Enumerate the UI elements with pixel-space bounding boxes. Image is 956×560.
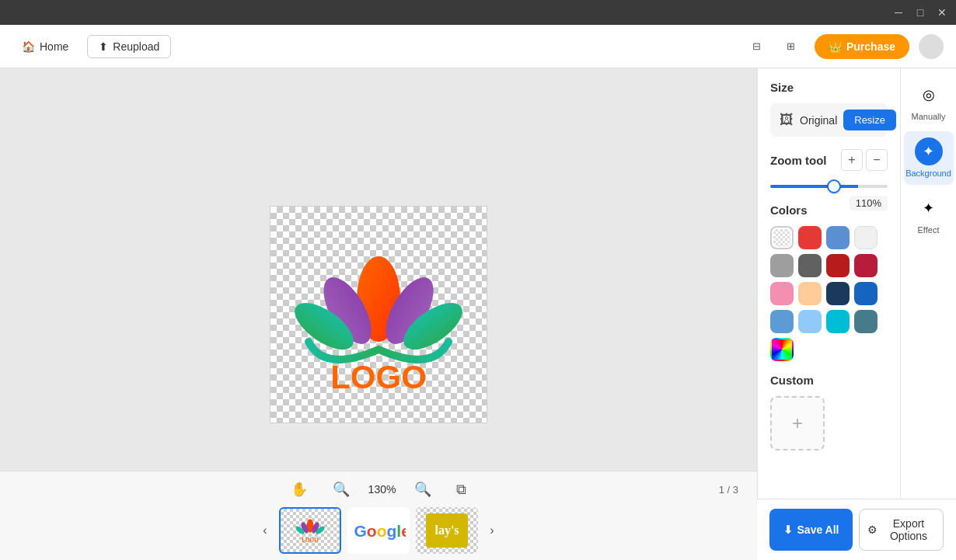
color-swatch-gray[interactable] xyxy=(770,254,794,277)
content: LOGO ✋ 🔍 130% 🔍 ⧉ 1 / 3 ‹ xyxy=(0,68,956,560)
lays-thumb-text: lay's xyxy=(434,523,459,537)
minimize-button[interactable]: ─ xyxy=(891,5,906,20)
panel-main: Size 🖼 Original Resize Zoom tool + − xyxy=(758,68,900,560)
color-swatch-gradient[interactable] xyxy=(770,338,794,361)
canvas-area: LOGO ✋ 🔍 130% 🔍 ⧉ 1 / 3 ‹ xyxy=(0,68,757,560)
thumbnail-3[interactable]: lay's xyxy=(416,507,478,554)
reupload-button[interactable]: ⬆ Reupload xyxy=(87,35,171,58)
color-swatch-lightblue[interactable] xyxy=(798,310,822,333)
manually-icon: ◎ xyxy=(915,81,943,109)
thumb-google-svg: Google xyxy=(351,519,406,542)
colors-grid xyxy=(770,226,888,361)
color-swatch-darkgray[interactable] xyxy=(798,254,822,277)
canvas-background: LOGO xyxy=(270,206,487,423)
background-icon: ✦ xyxy=(915,137,943,165)
zoom-section: Zoom tool + − 110% xyxy=(770,149,888,191)
background-label: Background xyxy=(905,169,951,179)
export-options-label: Export Options xyxy=(882,517,935,542)
grid-icon: ⊞ xyxy=(787,40,795,52)
thumbnail-2[interactable]: Google xyxy=(347,507,410,554)
sidebar-tool-background[interactable]: ✦ Background xyxy=(904,131,954,185)
save-all-label: Save All xyxy=(797,523,839,536)
app: 🏠 Home ⬆ Reupload ⊟ ⊞ 👑 Purchase xyxy=(0,25,956,560)
export-options-button[interactable]: ⚙ Export Options xyxy=(859,509,944,551)
color-swatch-cornblue[interactable] xyxy=(770,310,794,333)
bottom-tools: ✋ 🔍 130% 🔍 ⧉ 1 / 3 xyxy=(0,478,757,501)
zoom-pct-display: 110% xyxy=(850,196,888,210)
purchase-button[interactable]: 👑 Purchase xyxy=(815,34,909,59)
size-original-label: Original xyxy=(800,114,837,127)
topbar-icons: ⊟ ⊞ xyxy=(743,33,805,61)
size-section-title: Size xyxy=(770,81,888,94)
color-swatch-transparent[interactable] xyxy=(770,226,794,249)
grid-icon-btn[interactable]: ⊞ xyxy=(777,33,805,61)
resize-button[interactable]: Resize xyxy=(843,110,896,130)
sidebar-tool-manually[interactable]: ◎ Manually xyxy=(904,75,954,128)
home-label: Home xyxy=(40,40,68,53)
titlebar: ─ □ ✕ xyxy=(0,0,956,25)
canvas-wrapper: LOGO xyxy=(270,206,487,423)
right-panel: Size 🖼 Original Resize Zoom tool + − xyxy=(757,68,956,560)
panel-footer: ⬇ Save All ⚙ Export Options xyxy=(757,499,956,560)
zoom-plus-button[interactable]: + xyxy=(841,149,863,171)
color-swatch-peach[interactable] xyxy=(798,282,822,305)
page-indicator: 1 / 3 xyxy=(719,484,738,496)
reupload-label: Reupload xyxy=(113,40,159,53)
zoom-minus-button[interactable]: − xyxy=(866,149,888,171)
size-row: 🖼 Original Resize xyxy=(770,103,888,137)
purchase-label: Purchase xyxy=(846,40,895,53)
lays-thumb-bg: lay's xyxy=(426,513,468,548)
manually-label: Manually xyxy=(911,112,945,122)
prev-thumbnail-button[interactable]: ‹ xyxy=(254,520,276,541)
zoom-in-button[interactable]: 🔍 xyxy=(408,478,438,501)
hand-tool-button[interactable]: ✋ xyxy=(284,478,314,501)
home-button[interactable]: 🏠 Home xyxy=(12,36,78,57)
color-swatch-red[interactable] xyxy=(798,226,822,249)
color-swatch-medblue[interactable] xyxy=(854,282,877,305)
topbar: 🏠 Home ⬆ Reupload ⊟ ⊞ 👑 Purchase xyxy=(0,25,956,68)
svg-text:Google: Google xyxy=(354,522,406,540)
thumbnail-1[interactable]: LOGO xyxy=(279,507,341,554)
color-swatch-crimson[interactable] xyxy=(854,254,877,277)
maximize-button[interactable]: □ xyxy=(912,5,928,20)
svg-text:LOGO: LOGO xyxy=(302,537,319,544)
color-swatch-teal[interactable] xyxy=(854,310,877,333)
add-custom-color-button[interactable]: + xyxy=(770,396,825,450)
avatar xyxy=(919,34,944,59)
custom-section-title: Custom xyxy=(770,374,888,387)
fit-view-button[interactable]: ⧉ xyxy=(450,478,473,501)
view-icon: ⊟ xyxy=(752,40,761,52)
close-button[interactable]: ✕ xyxy=(934,5,950,20)
effect-label: Effect xyxy=(918,225,940,235)
next-thumbnail-button[interactable]: › xyxy=(481,520,503,541)
color-swatch-blue[interactable] xyxy=(826,226,850,249)
zoom-slider-wrap xyxy=(770,177,888,191)
thumbnails: ‹ LOGO xyxy=(0,507,757,560)
color-swatch-cyan[interactable] xyxy=(826,310,850,333)
home-icon: 🏠 xyxy=(22,40,35,53)
sidebar-tool-effect[interactable]: ✦ Effect xyxy=(904,188,954,242)
zoom-percentage: 130% xyxy=(368,483,396,496)
svg-text:LOGO: LOGO xyxy=(330,359,427,395)
download-icon: ⬇ xyxy=(783,523,793,536)
zoom-slider[interactable] xyxy=(770,185,888,188)
thumb-logo-svg: LOGO xyxy=(287,513,333,548)
crown-icon: 👑 xyxy=(829,40,842,53)
color-swatch-navyblue[interactable] xyxy=(826,282,850,305)
colors-section: Colors xyxy=(770,203,888,361)
bottom-bar: ✋ 🔍 130% 🔍 ⧉ 1 / 3 ‹ xyxy=(0,471,757,560)
custom-section: Custom + xyxy=(770,374,888,450)
save-all-button[interactable]: ⬇ Save All xyxy=(769,509,853,551)
zoom-section-title: Zoom tool xyxy=(770,154,841,167)
color-swatch-lightgray[interactable] xyxy=(854,226,877,249)
color-swatch-pink[interactable] xyxy=(770,282,794,305)
zoom-out-button[interactable]: 🔍 xyxy=(326,478,356,501)
color-swatch-darkred[interactable] xyxy=(826,254,850,277)
upload-icon: ⬆ xyxy=(99,40,108,53)
image-icon: 🖼 xyxy=(780,112,794,128)
effect-icon: ✦ xyxy=(915,194,943,222)
zoom-header: Zoom tool + − xyxy=(770,149,888,171)
view-icon-btn[interactable]: ⊟ xyxy=(743,33,771,61)
zoom-controls: + − xyxy=(841,149,888,171)
settings-icon: ⚙ xyxy=(867,523,877,536)
